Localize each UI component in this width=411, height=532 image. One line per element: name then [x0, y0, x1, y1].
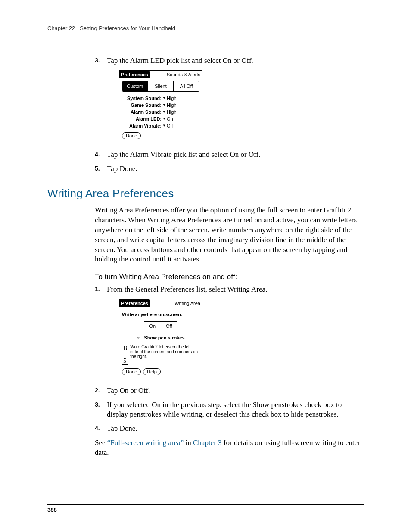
step-text: If you selected On in the previous step,… [107, 401, 342, 419]
palm-title: Preferences [119, 299, 150, 307]
checkbox-label: Show pen strokes [144, 335, 184, 340]
content: 3. Tap the Alarm LED pick list and selec… [47, 56, 364, 458]
pref-label: Alarm Sound: [122, 109, 162, 115]
pref-value[interactable]: High [167, 102, 177, 109]
prompt-label: Write anywhere on-screen: [122, 311, 199, 318]
palm-category[interactable]: Writing Area [150, 299, 202, 307]
step-number: 1. [95, 285, 100, 293]
page: Chapter 22 Setting Preferences for Your … [0, 0, 411, 532]
pref-label: Game Sound: [122, 102, 162, 109]
step-text: Tap Done. [107, 165, 137, 173]
chevron-down-icon[interactable]: ▼ [162, 110, 166, 115]
tab-alloff[interactable]: All Off [173, 81, 199, 91]
toggle-on[interactable]: On [144, 322, 161, 331]
chevron-down-icon[interactable]: ▼ [162, 103, 166, 108]
step-number: 4. [95, 150, 100, 159]
pref-row: Game Sound: ▼ High [122, 102, 199, 109]
text: in [184, 439, 193, 447]
checkbox-row: Show pen strokes [122, 335, 199, 341]
step-number: 3. [95, 56, 100, 65]
pref-value[interactable]: High [167, 109, 177, 115]
checkbox-icon[interactable] [137, 335, 142, 340]
pref-label: Alarm Vibrate: [122, 123, 162, 129]
step-number: 4. [95, 424, 100, 432]
step-text: Tap Done. [107, 424, 137, 432]
step-text: Tap the Alarm LED pick list and select O… [107, 56, 253, 65]
chevron-down-icon[interactable]: ▼ [162, 96, 166, 101]
step-text: Tap the Alarm Vibrate pick list and sele… [107, 150, 260, 159]
graffiti-glyph: B5 [122, 345, 128, 365]
palm-title: Preferences [119, 71, 150, 78]
palm-titlebar: Preferences Writing Area [119, 299, 202, 307]
steps-group-a: 3. Tap the Alarm LED pick list and selec… [95, 56, 364, 174]
section-heading: Writing Area Preferences [47, 186, 364, 201]
palm-screenshot-sounds: Preferences Sounds & Alerts Custom Silen… [119, 70, 202, 142]
done-button[interactable]: Done [122, 368, 141, 375]
palm-category[interactable]: Sounds & Alerts [150, 71, 202, 78]
cross-ref-link[interactable]: Chapter 3 [193, 439, 222, 447]
step: 4. Tap Done. [95, 424, 364, 434]
toggle-off[interactable]: Off [161, 322, 177, 331]
done-button[interactable]: Done [122, 132, 141, 139]
pref-row: Alarm Vibrate: ▼ Off [122, 123, 199, 130]
step: 1. From the General Preferences list, se… [95, 285, 364, 378]
pref-row: Alarm Sound: ▼ High [122, 109, 199, 116]
palm-body: Custom Silent All Off System Sound: ▼ Hi… [119, 78, 202, 142]
step-text: From the General Preferences list, selec… [107, 285, 267, 293]
palm-screenshot-writing-area: Preferences Writing Area Write anywhere … [119, 299, 202, 378]
pref-value[interactable]: On [167, 116, 173, 122]
step: 4. Tap the Alarm Vibrate pick list and s… [95, 150, 364, 160]
section-body: Writing Area Preferences offer you the o… [95, 205, 364, 265]
text: See [95, 439, 107, 447]
see-also: See “Full-screen writing area” in Chapte… [95, 438, 364, 458]
tab-custom[interactable]: Custom [122, 81, 148, 91]
page-number: 388 [47, 504, 364, 513]
profile-tabs: Custom Silent All Off [122, 81, 199, 92]
chapter-title: Setting Preferences for Your Handheld [80, 25, 175, 31]
cross-ref-link[interactable]: “Full-screen writing area” [107, 439, 184, 447]
hint-text: Write Graffiti 2 letters on the left sid… [130, 345, 199, 359]
pref-label: System Sound: [122, 95, 162, 102]
pref-label: Alarm LED: [122, 116, 162, 122]
step: 2. Tap On or Off. [95, 386, 364, 396]
help-button[interactable]: Help [143, 368, 161, 375]
step-text: Tap On or Off. [107, 386, 150, 395]
hint-box: B5 Write Graffiti 2 letters on the left … [122, 345, 199, 365]
step: 3. If you selected On in the previous st… [95, 400, 364, 420]
chevron-down-icon[interactable]: ▼ [162, 124, 166, 128]
on-off-toggle: On Off [144, 321, 177, 331]
tab-silent[interactable]: Silent [148, 81, 174, 91]
pref-value[interactable]: Off [167, 123, 173, 129]
glyph-letter: B [123, 345, 127, 352]
step-number: 2. [95, 386, 100, 395]
step: 5. Tap Done. [95, 164, 364, 174]
pref-row: System Sound: ▼ High [122, 95, 199, 102]
pref-row: Alarm LED: ▼ On [122, 116, 199, 123]
steps-group-b: 1. From the General Preferences list, se… [95, 285, 364, 434]
glyph-number: 5 [123, 358, 126, 364]
step: 3. Tap the Alarm LED pick list and selec… [95, 56, 364, 142]
chapter-number: Chapter 22 [47, 25, 75, 31]
palm-titlebar: Preferences Sounds & Alerts [119, 71, 202, 78]
step-number: 5. [95, 165, 100, 173]
pref-value[interactable]: High [167, 95, 177, 102]
palm-body: Write anywhere on-screen: On Off Show pe… [119, 307, 202, 377]
running-header: Chapter 22 Setting Preferences for Your … [47, 25, 364, 34]
divider-icon [124, 352, 124, 358]
step-number: 3. [95, 401, 100, 409]
subheading: To turn Writing Area Preferences on and … [95, 272, 364, 282]
chevron-down-icon[interactable]: ▼ [162, 117, 166, 121]
